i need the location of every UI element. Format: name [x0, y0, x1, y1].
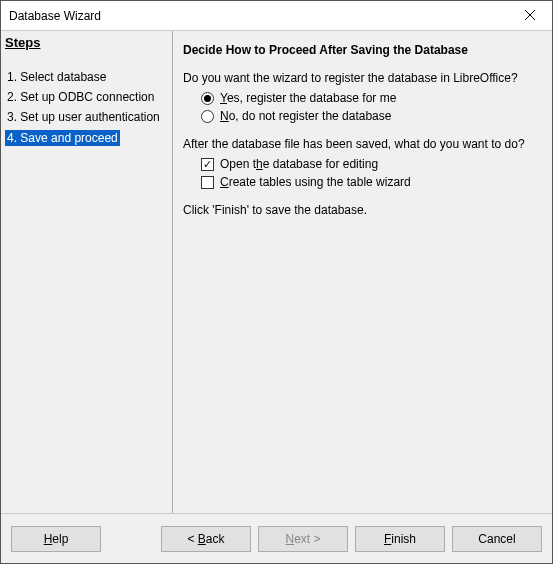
button-label: Next > — [285, 532, 320, 546]
radio-register-no[interactable]: No, do not register the database — [201, 109, 540, 123]
button-label: Finish — [384, 532, 416, 546]
radio-label: Yes, register the database for me — [220, 91, 396, 105]
checkbox-icon — [201, 176, 214, 189]
register-question: Do you want the wizard to register the d… — [183, 71, 540, 85]
button-label: < Back — [187, 532, 224, 546]
titlebar: Database Wizard — [1, 1, 552, 31]
button-bar: Help < Back Next > Finish Cancel — [1, 513, 552, 563]
next-button: Next > — [258, 526, 348, 552]
close-button[interactable] — [507, 1, 552, 30]
checkbox-label: Open the database for editing — [220, 157, 378, 171]
close-icon — [525, 9, 535, 23]
cancel-button[interactable]: Cancel — [452, 526, 542, 552]
radio-icon — [201, 110, 214, 123]
step-4[interactable]: 4. Save and proceed — [5, 130, 120, 146]
steps-header: Steps — [1, 31, 172, 52]
content-panel: Decide How to Proceed After Saving the D… — [173, 31, 552, 513]
window-title: Database Wizard — [1, 9, 507, 23]
help-button[interactable]: Help — [11, 526, 101, 552]
step-2[interactable]: 2. Set up ODBC connection — [5, 86, 156, 108]
finish-button[interactable]: Finish — [355, 526, 445, 552]
checkbox-label: Create tables using the table wizard — [220, 175, 411, 189]
wizard-body: Steps 1. Select database 2. Set up ODBC … — [1, 31, 552, 513]
steps-list: 1. Select database 2. Set up ODBC connec… — [1, 52, 172, 160]
after-save-question: After the database file has been saved, … — [183, 137, 540, 151]
radio-label: No, do not register the database — [220, 109, 391, 123]
finish-hint: Click 'Finish' to save the database. — [183, 203, 540, 217]
step-3[interactable]: 3. Set up user authentication — [5, 106, 162, 128]
checkbox-create-tables[interactable]: Create tables using the table wizard — [201, 175, 540, 189]
radio-register-yes[interactable]: Yes, register the database for me — [201, 91, 540, 105]
steps-sidebar: Steps 1. Select database 2. Set up ODBC … — [1, 31, 173, 513]
checkbox-open-editing[interactable]: Open the database for editing — [201, 157, 540, 171]
step-1[interactable]: 1. Select database — [5, 66, 108, 88]
database-wizard-window: Database Wizard Steps 1. Select database… — [0, 0, 553, 564]
button-label: Cancel — [478, 532, 515, 546]
page-heading: Decide How to Proceed After Saving the D… — [183, 43, 540, 57]
button-label: Help — [44, 532, 69, 546]
radio-icon — [201, 92, 214, 105]
back-button[interactable]: < Back — [161, 526, 251, 552]
checkbox-icon — [201, 158, 214, 171]
